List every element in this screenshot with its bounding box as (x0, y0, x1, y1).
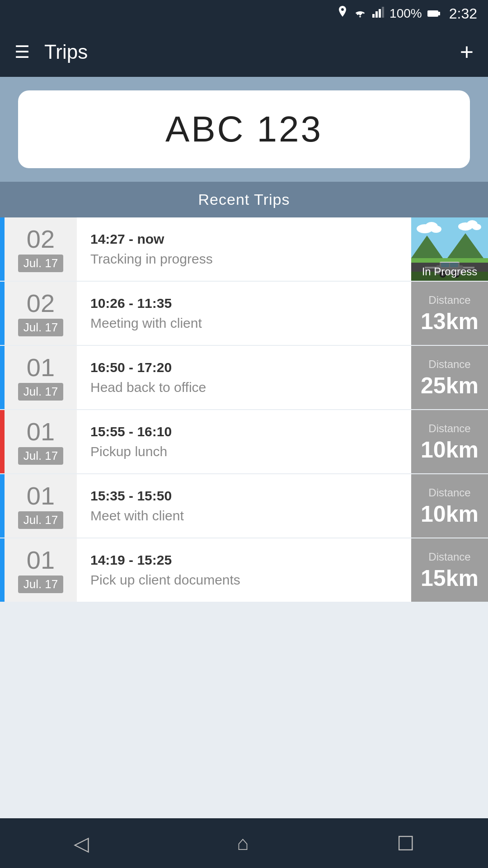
trip-distance-badge: Distance 25km (411, 346, 488, 409)
trip-time-range: 15:55 - 16:10 (90, 424, 398, 439)
section-header-label: Recent Trips (198, 191, 290, 208)
trip-description: Head back to office (90, 380, 398, 395)
svg-point-20 (472, 224, 481, 230)
license-plate-box: ABC 123 (18, 90, 470, 168)
wifi-icon (353, 6, 367, 21)
distance-label: Distance (428, 486, 470, 499)
trip-time-range: 14:19 - 15:25 (90, 552, 398, 568)
trip-date: 01 Jul. 17 (5, 538, 77, 602)
in-progress-image: In Progress (411, 217, 488, 281)
trip-day: 02 (27, 291, 55, 316)
svg-rect-0 (372, 14, 375, 18)
trip-item[interactable]: 01 Jul. 17 16:50 - 17:20 Head back to of… (0, 346, 488, 409)
trip-month: Jul. 17 (18, 511, 64, 529)
trip-distance-badge: Distance 10km (411, 410, 488, 473)
status-bar: 100% 2:32 (0, 0, 488, 27)
distance-value: 10km (421, 439, 479, 461)
distance-value: 10km (421, 503, 479, 525)
trip-info: 15:55 - 16:10 Pickup lunch (77, 410, 411, 473)
trip-day: 01 (27, 547, 55, 573)
trip-item[interactable]: 01 Jul. 17 15:35 - 15:50 Meet with clien… (0, 474, 488, 538)
battery-percentage: 100% (389, 6, 422, 21)
main-content: ABC 123 Recent Trips 02 Jul. 17 14:27 - … (0, 77, 488, 652)
trip-info: 14:19 - 15:25 Pick up client documents (77, 538, 411, 602)
trip-item[interactable]: 01 Jul. 17 14:19 - 15:25 Pick up client … (0, 538, 488, 602)
trip-description: Tracking in progress (90, 251, 398, 267)
distance-label: Distance (428, 294, 470, 307)
trip-description: Pick up client documents (90, 572, 398, 588)
distance-value: 15km (421, 567, 479, 590)
back-button[interactable]: ◁ (74, 832, 89, 855)
trip-info: 16:50 - 17:20 Head back to office (77, 346, 411, 409)
svg-rect-2 (379, 9, 381, 18)
trip-date: 02 Jul. 17 (5, 217, 77, 281)
trip-day: 01 (27, 419, 55, 444)
trip-month: Jul. 17 (18, 319, 64, 336)
trip-distance-badge: Distance 15km (411, 538, 488, 602)
trip-item[interactable]: 02 Jul. 17 10:26 - 11:35 Meeting with cl… (0, 282, 488, 345)
trip-description: Meet with client (90, 508, 398, 524)
trip-month: Jul. 17 (18, 383, 64, 401)
distance-value: 25km (421, 374, 479, 397)
distance-label: Distance (428, 358, 470, 371)
trip-list: 02 Jul. 17 14:27 - now Tracking in progr… (0, 217, 488, 602)
signal-icon (372, 6, 384, 21)
svg-point-17 (431, 226, 441, 233)
recent-trips-header: Recent Trips (0, 182, 488, 217)
menu-button[interactable]: ☰ (14, 43, 30, 61)
trip-day: 01 (27, 355, 55, 380)
distance-label: Distance (428, 422, 470, 435)
trip-info: 15:35 - 15:50 Meet with client (77, 474, 411, 538)
add-trip-button[interactable]: + (460, 38, 474, 66)
svg-rect-7 (428, 11, 437, 16)
status-icons: 100% 2:32 (337, 5, 477, 22)
distance-label: Distance (428, 551, 470, 563)
trip-info: 10:26 - 11:35 Meeting with client (77, 282, 411, 345)
navigation-bar: ◁ ⌂ ☐ (0, 818, 488, 868)
trip-distance-badge: Distance 10km (411, 474, 488, 538)
trip-description: Meeting with client (90, 316, 398, 331)
trip-time-range: 15:35 - 15:50 (90, 488, 398, 504)
trip-item[interactable]: 01 Jul. 17 15:55 - 16:10 Pickup lunch Di… (0, 410, 488, 473)
trip-month: Jul. 17 (18, 576, 64, 593)
license-plate-text: ABC 123 (165, 109, 323, 149)
app-bar: ☰ Trips + (0, 27, 488, 77)
trip-day: 01 (27, 483, 55, 509)
battery-icon (427, 6, 440, 21)
trip-date: 01 Jul. 17 (5, 410, 77, 473)
recents-button[interactable]: ☐ (397, 832, 414, 855)
trip-date: 01 Jul. 17 (5, 346, 77, 409)
page-title: Trips (44, 41, 460, 63)
location-icon (337, 6, 348, 22)
clock-time: 2:32 (449, 5, 477, 22)
trip-month: Jul. 17 (18, 255, 64, 272)
trip-time-range: 14:27 - now (90, 231, 398, 247)
plate-container: ABC 123 (0, 77, 488, 182)
trip-description: Pickup lunch (90, 444, 398, 459)
distance-value: 13km (421, 310, 479, 333)
trip-info: 14:27 - now Tracking in progress (77, 217, 411, 281)
trip-time-range: 10:26 - 11:35 (90, 296, 398, 311)
trip-item[interactable]: 02 Jul. 17 14:27 - now Tracking in progr… (0, 217, 488, 281)
home-button[interactable]: ⌂ (237, 832, 249, 854)
trip-distance-badge: Distance 13km (411, 282, 488, 345)
trip-day: 02 (27, 226, 55, 252)
in-progress-label: In Progress (411, 263, 488, 281)
trip-time-range: 16:50 - 17:20 (90, 360, 398, 375)
svg-rect-1 (375, 11, 378, 18)
trip-month: Jul. 17 (18, 447, 64, 465)
trip-date: 01 Jul. 17 (5, 474, 77, 538)
trip-date: 02 Jul. 17 (5, 282, 77, 345)
svg-rect-3 (382, 7, 384, 18)
trip-thumbnail: In Progress (411, 217, 488, 281)
svg-rect-5 (438, 12, 440, 15)
